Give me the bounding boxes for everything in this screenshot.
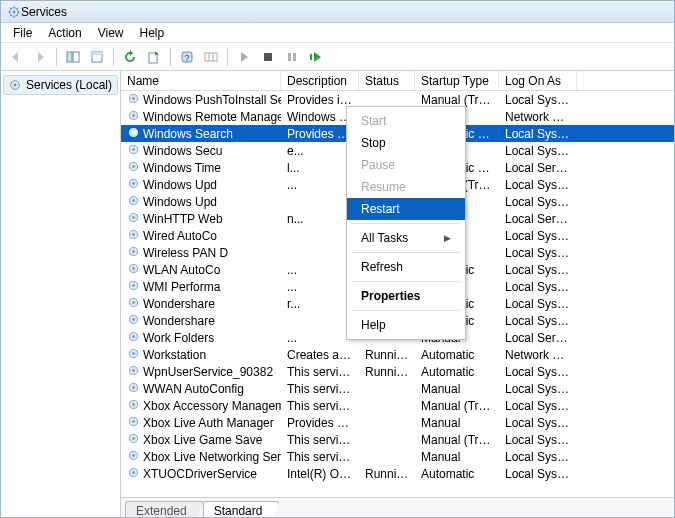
- ctx-separator: [351, 281, 461, 282]
- svg-rect-5: [92, 52, 102, 55]
- service-icon: [127, 92, 140, 108]
- menu-file[interactable]: File: [5, 24, 40, 42]
- service-icon: [127, 381, 140, 397]
- context-menu: Start Stop Pause Resume Restart All Task…: [346, 106, 466, 340]
- service-logon: Local System: [499, 382, 577, 396]
- ctx-pause[interactable]: Pause: [347, 154, 465, 176]
- svg-point-1: [13, 10, 16, 13]
- service-icon: [127, 364, 140, 380]
- ctx-properties[interactable]: Properties: [347, 285, 465, 307]
- service-logon: Network Se...: [499, 348, 577, 362]
- bottom-tabs: Extended Standard: [121, 497, 674, 517]
- service-name: WLAN AutoCo: [143, 263, 220, 277]
- service-name: Workstation: [143, 348, 206, 362]
- service-row[interactable]: WpnUserService_90382This service ...Runn…: [121, 363, 674, 380]
- col-header-logon[interactable]: Log On As: [499, 71, 577, 90]
- service-row[interactable]: Xbox Live Auth ManagerProvides aut...Man…: [121, 414, 674, 431]
- ctx-help[interactable]: Help: [347, 314, 465, 336]
- toolbar-separator: [113, 48, 114, 66]
- service-name: Windows Time: [143, 161, 221, 175]
- service-icon: [127, 262, 140, 278]
- service-name: WpnUserService_90382: [143, 365, 273, 379]
- col-header-startup[interactable]: Startup Type: [415, 71, 499, 90]
- service-description: Intel(R) Over...: [281, 467, 359, 481]
- service-name: Wired AutoCo: [143, 229, 217, 243]
- service-name: Work Folders: [143, 331, 214, 345]
- service-icon: [127, 398, 140, 414]
- svg-point-29: [132, 182, 135, 185]
- help-button[interactable]: ?: [176, 46, 198, 68]
- service-logon: Local System: [499, 263, 577, 277]
- service-icon: [127, 449, 140, 465]
- ctx-refresh[interactable]: Refresh: [347, 256, 465, 278]
- service-description: This service ...: [281, 382, 359, 396]
- service-logon: Local Service: [499, 161, 577, 175]
- svg-point-55: [132, 403, 135, 406]
- service-row[interactable]: Xbox Accessory Managemen...This service …: [121, 397, 674, 414]
- service-logon: Local System: [499, 246, 577, 260]
- col-header-description[interactable]: Description: [281, 71, 359, 90]
- service-row[interactable]: XTUOCDriverServiceIntel(R) Over...Runnin…: [121, 465, 674, 482]
- service-startup: Manual: [415, 382, 499, 396]
- start-service-button[interactable]: [233, 46, 255, 68]
- svg-rect-13: [288, 53, 291, 61]
- service-name: Wondershare: [143, 314, 215, 328]
- service-icon: [127, 432, 140, 448]
- service-name: Xbox Live Game Save: [143, 433, 262, 447]
- col-header-name[interactable]: Name: [121, 71, 281, 90]
- service-icon: [127, 109, 140, 125]
- service-name: Wireless PAN D: [143, 246, 228, 260]
- svg-text:?: ?: [184, 53, 189, 63]
- columns-button[interactable]: [200, 46, 222, 68]
- svg-rect-12: [264, 53, 272, 61]
- service-startup: Automatic: [415, 365, 499, 379]
- tab-extended[interactable]: Extended: [125, 501, 204, 518]
- ctx-restart[interactable]: Restart: [347, 198, 465, 220]
- back-button[interactable]: [5, 46, 27, 68]
- svg-point-47: [132, 335, 135, 338]
- services-window: Services File Action View Help ? Se: [0, 0, 675, 518]
- menu-view[interactable]: View: [90, 24, 132, 42]
- menu-help[interactable]: Help: [132, 24, 173, 42]
- restart-service-button[interactable]: [305, 46, 327, 68]
- service-name: Xbox Live Auth Manager: [143, 416, 274, 430]
- menu-action[interactable]: Action: [40, 24, 89, 42]
- ctx-start[interactable]: Start: [347, 110, 465, 132]
- service-name: WinHTTP Web: [143, 212, 223, 226]
- col-header-status[interactable]: Status: [359, 71, 415, 90]
- refresh-button[interactable]: [119, 46, 141, 68]
- service-row[interactable]: WWAN AutoConfigThis service ...ManualLoc…: [121, 380, 674, 397]
- forward-button[interactable]: [29, 46, 51, 68]
- service-row[interactable]: Xbox Live Networking ServiceThis service…: [121, 448, 674, 465]
- list-header: Name Description Status Startup Type Log…: [121, 71, 674, 91]
- svg-point-21: [132, 114, 135, 117]
- service-name: WWAN AutoConfig: [143, 382, 244, 396]
- stop-service-button[interactable]: [257, 46, 279, 68]
- svg-rect-3: [73, 52, 79, 62]
- service-icon: [127, 245, 140, 261]
- svg-point-25: [132, 148, 135, 151]
- service-logon: Local System: [499, 365, 577, 379]
- service-row[interactable]: Xbox Live Game SaveThis service ...Manua…: [121, 431, 674, 448]
- export-button[interactable]: [143, 46, 165, 68]
- tree-node-services-local[interactable]: Services (Local): [3, 75, 118, 95]
- svg-point-43: [132, 301, 135, 304]
- service-description: This service ...: [281, 433, 359, 447]
- properties-button[interactable]: [86, 46, 108, 68]
- service-icon: [127, 211, 140, 227]
- ctx-resume[interactable]: Resume: [347, 176, 465, 198]
- service-description: This service ...: [281, 399, 359, 413]
- service-startup: Manual: [415, 450, 499, 464]
- service-row[interactable]: WorkstationCreates and ...RunningAutomat…: [121, 346, 674, 363]
- tab-standard[interactable]: Standard: [203, 501, 280, 518]
- service-name: Windows PushToInstall Servi...: [143, 93, 281, 107]
- ctx-stop[interactable]: Stop: [347, 132, 465, 154]
- service-logon: Local System: [499, 416, 577, 430]
- show-hide-tree-button[interactable]: [62, 46, 84, 68]
- service-logon: Local System: [499, 467, 577, 481]
- pause-service-button[interactable]: [281, 46, 303, 68]
- service-icon: [127, 296, 140, 312]
- ctx-separator: [351, 310, 461, 311]
- service-icon: [127, 330, 140, 346]
- ctx-all-tasks[interactable]: All Tasks▶: [347, 227, 465, 249]
